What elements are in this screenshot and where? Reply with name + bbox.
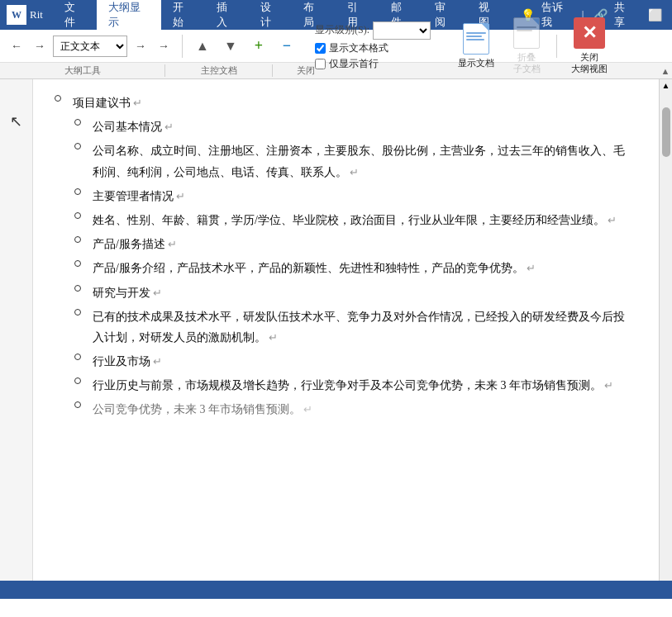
- bullet-circle: [74, 285, 81, 292]
- master-doc-btns: 显示文档 折叠 子文档 ✕ 关闭 大纲视图: [450, 13, 615, 78]
- item-text: 公司竞争优势，未来 3 年市场销售预测。 ↵: [93, 399, 634, 420]
- bullet-circle: [74, 119, 81, 126]
- outline-item: 公司竞争优势，未来 3 年市场销售预测。 ↵: [50, 399, 634, 420]
- outline-item: 项目建议书 ↵: [50, 93, 634, 113]
- item-text: 公司基本情况 ↵: [93, 116, 634, 137]
- paragraph-mark: ↵: [162, 121, 174, 133]
- ribbon-collapse-icon[interactable]: ▲: [659, 66, 672, 76]
- item-text: 主要管理者情况 ↵: [93, 186, 634, 206]
- paragraph-mark: ↵: [165, 238, 177, 250]
- item-text: 项目建议书 ↵: [73, 93, 634, 113]
- tab-file[interactable]: 文件: [53, 0, 97, 30]
- bullet-circle: [55, 95, 61, 102]
- bullet-icon: [69, 285, 86, 292]
- bullet-icon: [69, 212, 86, 219]
- bullet-circle: [74, 188, 81, 195]
- item-text: 产品/服务描述 ↵: [93, 234, 634, 254]
- nav-back-button[interactable]: ←: [7, 36, 26, 56]
- separator1: [182, 35, 183, 58]
- status-bar: [0, 581, 672, 599]
- level-row: 显示级别(S):: [315, 21, 431, 40]
- right-scrollbar[interactable]: ▲: [659, 79, 672, 581]
- tab-design[interactable]: 设计: [249, 0, 293, 30]
- paragraph-mark: ↵: [524, 262, 536, 274]
- outline-item: 产品/服务描述 ↵: [50, 234, 634, 254]
- show-document-button[interactable]: 显示文档: [450, 19, 502, 73]
- bullet-icon: [69, 401, 86, 408]
- tab-insert[interactable]: 插入: [205, 0, 249, 30]
- title-bar-left: W Rit: [0, 0, 50, 30]
- bullet-circle: [74, 212, 81, 219]
- master-doc-section-label: 主控文档: [165, 64, 273, 77]
- bullet-circle: [74, 377, 81, 384]
- bullet-icon: [69, 119, 86, 126]
- cursor-icon: ↖: [10, 112, 22, 131]
- bullet-icon: [69, 377, 86, 384]
- app-icon: W: [7, 5, 26, 25]
- bullet-circle: [74, 354, 81, 360]
- paragraph-mark: ↵: [347, 166, 359, 178]
- item-text: 产品/服务介绍，产品技术水平，产品的新颖性、先进性和独特性，产品的竞争优势。 ↵: [93, 258, 634, 278]
- promote-button[interactable]: ▲: [191, 36, 214, 57]
- fold-subdoc-label: 折叠 子文档: [513, 52, 541, 74]
- add-button[interactable]: +: [247, 36, 270, 57]
- outline-item: 公司基本情况 ↵: [50, 116, 634, 137]
- nav-forward-button[interactable]: →: [30, 36, 50, 56]
- show-text-format-checkbox[interactable]: [315, 43, 326, 54]
- scroll-up-button[interactable]: ▲: [660, 79, 672, 91]
- bullet-icon: [69, 260, 86, 267]
- level-select[interactable]: [373, 21, 431, 40]
- fold-subdoc-icon: [511, 17, 542, 49]
- show-level-label: 显示级别(S):: [315, 23, 369, 37]
- close-outline-icon: ✕: [574, 17, 605, 49]
- outline-item: 主要管理者情况 ↵: [50, 186, 634, 206]
- item-text: 姓名、性别、年龄、籍贯，学历/学位、毕业院校，政治面目，行业从业年限，主要经历和…: [93, 210, 634, 230]
- paragraph-mark: ↵: [602, 379, 613, 392]
- bullet-icon: [69, 309, 86, 316]
- outline-tools-section-label: 大纲工具: [0, 64, 165, 77]
- nav-right-button[interactable]: →: [131, 36, 150, 56]
- scroll-thumb[interactable]: [662, 107, 670, 157]
- tab-outline[interactable]: 大纲显示: [97, 0, 161, 30]
- outline-item: 产品/服务介绍，产品技术水平，产品的新颖性、先进性和独特性，产品的竞争优势。 ↵: [50, 258, 634, 278]
- item-text: 行业历史与前景，市场规模及增长趋势，行业竞争对手及本公司竞争优势，未来 3 年市…: [93, 375, 634, 396]
- minus-button[interactable]: −: [275, 36, 298, 57]
- show-text-format-label: 显示文本格式: [329, 41, 388, 55]
- paragraph-mark: ↵: [150, 287, 162, 299]
- item-text: 行业及市场 ↵: [93, 351, 634, 372]
- bullet-icon: [69, 188, 86, 195]
- minimize-icon[interactable]: ⬜: [648, 8, 662, 22]
- outline-item: 研究与开发 ↵: [50, 282, 634, 303]
- doc-content[interactable]: 项目建议书 ↵公司基本情况 ↵公司名称、成立时间、注册地区、注册资本，主要股东、…: [33, 79, 659, 581]
- bullet-circle: [74, 401, 81, 408]
- paragraph-mark: ↵: [150, 355, 162, 368]
- outline-item: 行业及市场 ↵: [50, 351, 634, 372]
- close-section-label: 关闭: [273, 64, 339, 77]
- outline-item: 公司名称、成立时间、注册地区、注册资本，主要股东、股份比例，主营业务，过去三年的…: [50, 140, 634, 182]
- close-outline-label: 关闭 大纲视图: [571, 52, 608, 74]
- paragraph-mark: ↵: [301, 403, 312, 415]
- doc-title: Rit: [30, 8, 43, 21]
- display-options: 显示级别(S): 显示文本格式 仅显示首行: [315, 21, 431, 71]
- paragraph-mark: ↵: [131, 97, 142, 109]
- nav-right2-button[interactable]: →: [154, 36, 174, 56]
- fold-subdoc-button[interactable]: 折叠 子文档: [503, 13, 550, 78]
- outline-item: 姓名、性别、年龄、籍贯，学历/学位、毕业院校，政治面目，行业从业年限，主要经历和…: [50, 210, 634, 230]
- bullet-circle: [74, 143, 81, 150]
- paragraph-mark: ↵: [605, 214, 617, 226]
- demote-button[interactable]: ▼: [219, 36, 242, 57]
- item-text: 已有的技术成果及技术水平，研发队伍技术水平、竞争力及对外合作情况，已经投入的研发…: [93, 306, 634, 348]
- ribbon-tabs: 文件 大纲显示 开始 插入 设计 布局 引用 邮件 审阅 视图: [53, 0, 511, 30]
- paragraph-mark: ↵: [266, 331, 278, 344]
- bullet-icon: [50, 95, 66, 102]
- tab-start[interactable]: 开始: [161, 0, 205, 30]
- style-dropdown[interactable]: 正文文本: [53, 36, 127, 57]
- bullet-icon: [69, 143, 86, 150]
- share-label[interactable]: 共享: [614, 0, 635, 30]
- close-outline-button[interactable]: ✕ 关闭 大纲视图: [564, 13, 615, 78]
- bullet-circle: [74, 260, 81, 267]
- bullet-circle: [74, 309, 81, 316]
- bullet-icon: [69, 236, 86, 243]
- show-text-format-row: 显示文本格式: [315, 41, 431, 55]
- left-margin: ↖: [0, 79, 33, 581]
